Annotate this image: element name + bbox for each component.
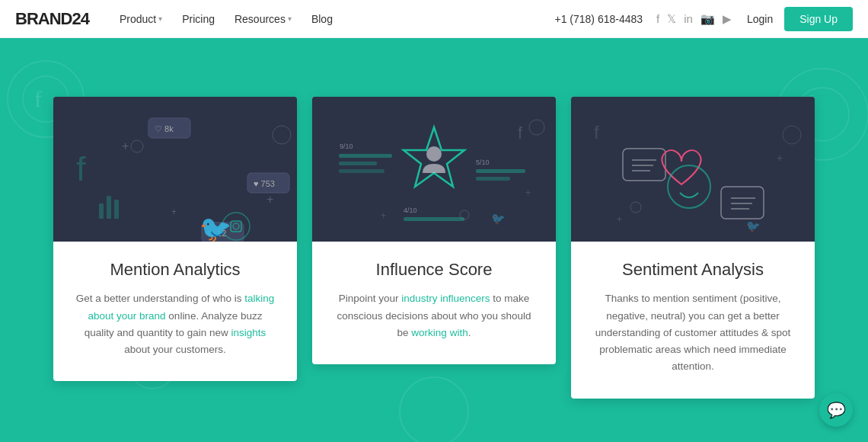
svg-rect-40 (404, 217, 464, 221)
svg-rect-24 (99, 203, 104, 219)
influence-score-text: Pinpoint your industry influencers to ma… (333, 290, 535, 341)
linkedin-icon[interactable]: in (684, 12, 693, 26)
mention-analytics-title: Mention Analytics (75, 260, 276, 280)
svg-text:+: + (777, 152, 783, 164)
influence-score-title: Influence Score (333, 260, 535, 280)
facebook-icon[interactable]: f (656, 12, 659, 26)
highlight-influencers: industry influencers (401, 293, 490, 304)
sentiment-analysis-card: f + + 🐦 Sentiment Analysis Thanks to men… (571, 97, 815, 398)
twitter-icon[interactable]: 𝕏 (667, 12, 676, 26)
svg-text:+: + (122, 139, 129, 152)
brand-logo: BRAND24 (15, 9, 89, 29)
chevron-down-icon: ▾ (158, 14, 162, 23)
influence-score-card: 9/10 5/10 4/10 f 🐦 (312, 97, 556, 364)
nav-resources[interactable]: Resources ▾ (227, 13, 299, 25)
nav-product[interactable]: Product ▾ (112, 13, 170, 25)
svg-text:4/10: 4/10 (404, 207, 417, 214)
instagram-icon[interactable]: 📷 (700, 12, 715, 26)
svg-rect-35 (339, 169, 385, 173)
svg-text:🐦: 🐦 (491, 212, 506, 226)
highlight-talking: talking about your brand (88, 293, 275, 321)
feature-cards: f ♡ 8k ⟳ 12 ♥ 753 🐦 🐦 (23, 51, 845, 428)
highlight-working: working with (411, 327, 468, 338)
chat-button[interactable]: 💬 (819, 393, 853, 427)
svg-text:♥ 753: ♥ 753 (254, 179, 275, 188)
svg-text:+: + (617, 214, 622, 225)
youtube-icon[interactable]: ▶ (723, 12, 732, 26)
sentiment-analysis-body: Sentiment Analysis Thanks to mention sen… (571, 242, 815, 398)
svg-text:🐦: 🐦 (746, 219, 761, 233)
nav-blog[interactable]: Blog (304, 13, 340, 25)
sentiment-analysis-image: f + + 🐦 (571, 97, 815, 242)
main-section: f f ♪ ♪ f ♡ 8k ⟳ 12 (0, 38, 868, 442)
highlight-insights: insights (231, 327, 266, 338)
svg-rect-37 (476, 169, 525, 173)
svg-rect-26 (114, 200, 119, 219)
svg-text:+: + (525, 187, 531, 198)
nav-links: Product ▾ Pricing Resources ▾ Blog (112, 13, 555, 25)
sentiment-analysis-title: Sentiment Analysis (592, 260, 793, 280)
svg-rect-33 (339, 154, 392, 158)
svg-text:9/10: 9/10 (340, 143, 353, 150)
mention-analytics-body: Mention Analytics Get a better understan… (53, 242, 297, 381)
svg-rect-50 (571, 97, 815, 242)
phone-number: +1 (718) 618-4483 (554, 13, 643, 25)
svg-point-43 (426, 146, 442, 162)
svg-text:♡ 8k: ♡ 8k (155, 124, 174, 133)
svg-text:+: + (266, 193, 273, 206)
svg-text:f: f (518, 123, 523, 143)
signup-button[interactable]: Sign Up (784, 7, 853, 31)
svg-text:f: f (594, 122, 599, 143)
mention-analytics-text: Get a better understanding of who is tal… (75, 290, 276, 358)
mention-analytics-image: f ♡ 8k ⟳ 12 ♥ 753 🐦 🐦 (53, 97, 297, 242)
chat-icon: 💬 (827, 401, 846, 419)
navbar: BRAND24 Product ▾ Pricing Resources ▾ Bl… (0, 0, 868, 38)
chevron-down-icon: ▾ (288, 14, 292, 23)
svg-text:5/10: 5/10 (476, 159, 490, 166)
nav-pricing[interactable]: Pricing (174, 13, 222, 25)
svg-text:f: f (76, 149, 86, 188)
mention-analytics-card: f ♡ 8k ⟳ 12 ♥ 753 🐦 🐦 (53, 97, 297, 381)
social-links: f 𝕏 in 📷 ▶ (656, 12, 732, 26)
svg-rect-38 (476, 177, 510, 181)
sentiment-analysis-text: Thanks to mention sentiment (positive, n… (592, 290, 793, 375)
svg-rect-25 (107, 196, 111, 219)
influence-score-image: 9/10 5/10 4/10 f 🐦 (312, 97, 556, 242)
login-link[interactable]: Login (747, 13, 773, 25)
svg-rect-34 (339, 162, 377, 165)
influence-score-body: Influence Score Pinpoint your industry i… (312, 242, 556, 364)
svg-text:🐦: 🐦 (199, 213, 232, 242)
svg-text:+: + (171, 207, 177, 217)
svg-text:+: + (381, 210, 386, 221)
